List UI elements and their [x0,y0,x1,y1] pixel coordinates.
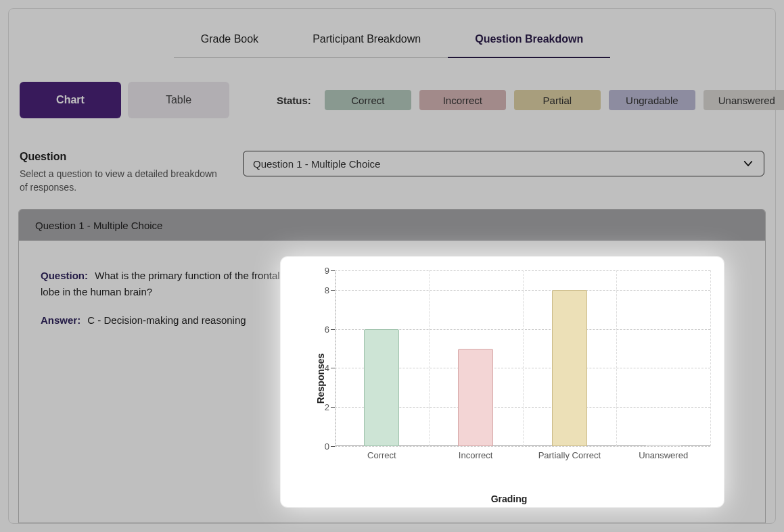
chart-ytick: 2 [316,402,329,412]
chart-bar [552,290,587,446]
tab-gradebook[interactable]: Grade Book [174,29,285,58]
chart-xlabel: Grading [491,493,528,504]
tab-bar: Grade Book Participant Breakdown Questio… [9,29,775,58]
view-toggle: Chart Table [20,82,229,118]
tab-question-breakdown[interactable]: Question Breakdown [448,29,610,58]
status-label: Status: [277,95,311,106]
status-chip-correct[interactable]: Correct [325,90,411,110]
status-chips: Correct Incorrect Partial Ungradable Una… [325,90,784,110]
chart-ytick: 9 [316,266,329,276]
answer-text: Answer: C - Decision-making and reasonin… [41,312,284,329]
toolbar: Chart Table Status: Correct Incorrect Pa… [9,82,775,118]
question-select-value: Question 1 - Multiple Choice [253,158,380,170]
chart-bar [646,445,681,446]
view-table-button[interactable]: Table [128,82,229,118]
chart-ylabel: Responses [315,354,326,404]
chart-ytick: 0 [316,441,329,452]
chart-category-label: Incorrect [459,450,493,460]
chart-bar [364,329,399,446]
response-chart: Responses Grading 024689CorrectIncorrect… [281,257,724,507]
chart-ytick: 4 [316,363,329,373]
chart-category-label: Correct [367,450,396,460]
question-selector-row: Question Select a question to view a det… [9,118,775,195]
question-label: Question: [41,270,88,281]
question-select[interactable]: Question 1 - Multiple Choice [243,151,764,176]
chevron-down-icon [742,158,754,170]
question-text: Question: What is the primary function o… [41,268,284,300]
chart-category-label: Unanswered [639,450,688,460]
question-detail-header: Question 1 - Multiple Choice [19,210,765,241]
answer-label: Answer: [41,314,80,326]
status-chip-partial[interactable]: Partial [514,90,601,110]
chart-category-label: Partially Correct [538,450,601,460]
chart-ytick: 6 [316,324,329,334]
status-chip-incorrect[interactable]: Incorrect [419,90,506,110]
question-heading: Question [20,151,223,163]
chart-plot-area: 024689CorrectIncorrectPartially CorrectU… [335,270,710,446]
status-chip-ungradable[interactable]: Ungradable [609,90,695,110]
status-chip-unanswered[interactable]: Unanswered [704,90,784,110]
tab-participant-breakdown[interactable]: Participant Breakdown [285,29,448,58]
question-description: Select a question to view a detailed bre… [20,167,223,195]
answer-body: C - Decision-making and reasoning [87,314,246,326]
chart-bar [458,349,493,446]
view-chart-button[interactable]: Chart [20,82,121,118]
chart-ytick: 8 [316,285,329,295]
